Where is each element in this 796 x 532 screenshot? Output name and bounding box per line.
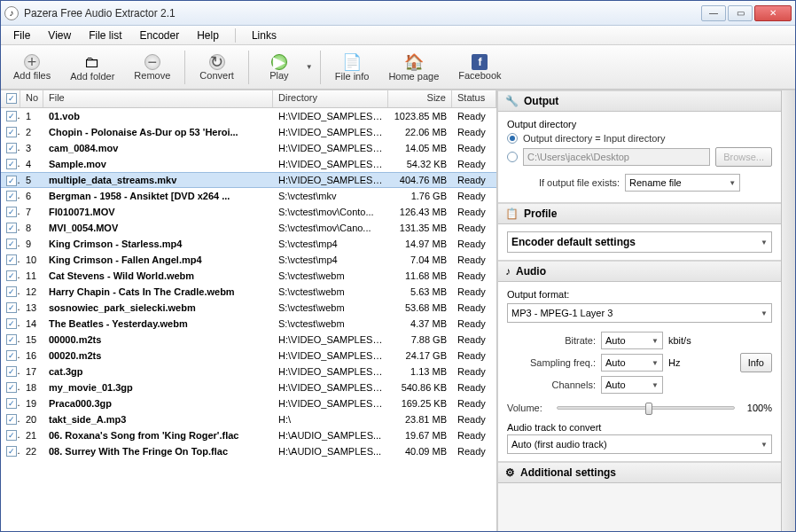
table-row[interactable]: ✓5multiple_data_streams.mkvH:\VIDEO_SAMP… [1, 172, 496, 188]
row-checkbox[interactable]: ✓ [1, 317, 20, 329]
col-no[interactable]: No [20, 90, 43, 107]
row-file: MVI_0054.MOV [43, 223, 273, 233]
row-size: 14.97 MB [388, 239, 452, 249]
table-row[interactable]: ✓4Sample.movH:\VIDEO_SAMPLES\...54.32 KB… [1, 156, 496, 172]
radio-same-dir[interactable] [507, 133, 518, 144]
col-file[interactable]: File [43, 90, 273, 107]
info-button[interactable]: Info [740, 353, 772, 372]
row-file: Chopin - Polonaise As-Dur op 53 'Heroi..… [43, 127, 273, 137]
volume-label: Volume: [507, 403, 551, 413]
row-checkbox[interactable]: ✓ [1, 142, 20, 153]
toolbar: +Add files 🗀Add folder −Remove ↻Convert … [1, 45, 795, 90]
convert-button[interactable]: ↻Convert [191, 52, 243, 82]
row-checkbox[interactable]: ✓ [1, 222, 20, 233]
fileinfo-button[interactable]: 📄File info [326, 51, 378, 83]
table-row[interactable]: ✓18my_movie_01.3gpH:\VIDEO_SAMPLES\...54… [1, 379, 496, 395]
row-checkbox[interactable]: ✓ [1, 206, 20, 217]
row-status: Ready [452, 446, 496, 457]
table-row[interactable]: ✓2Chopin - Polonaise As-Dur op 53 'Heroi… [1, 124, 496, 140]
row-dir: H:\VIDEO_SAMPLES\... [273, 382, 388, 393]
col-size[interactable]: Size [388, 90, 452, 107]
sampling-select[interactable]: Auto▼ [601, 354, 663, 372]
titlebar: ♪ Pazera Free Audio Extractor 2.1 — ▭ ✕ [1, 1, 795, 26]
row-checkbox[interactable]: ✓ [1, 349, 20, 361]
audio-section-head[interactable]: ♪Audio [498, 261, 781, 282]
menu-encoder[interactable]: Encoder [132, 27, 186, 43]
table-row[interactable]: ✓3cam_0084.movH:\VIDEO_SAMPLES\...14.05 … [1, 140, 496, 156]
table-row[interactable]: ✓8MVI_0054.MOVS:\vctest\mov\Cano...131.3… [1, 220, 496, 236]
row-checkbox[interactable]: ✓ [1, 175, 20, 186]
profile-section-head[interactable]: 📋Profile [498, 203, 781, 224]
close-button[interactable]: ✕ [754, 5, 792, 21]
table-row[interactable]: ✓12Harry Chapin - Cats In The Cradle.web… [1, 284, 496, 300]
table-row[interactable]: ✓9King Crimson - Starless.mp4S:\vctest\m… [1, 236, 496, 252]
row-size: 5.63 MB [388, 286, 452, 297]
row-checkbox[interactable]: ✓ [1, 270, 20, 281]
col-directory[interactable]: Directory [273, 90, 388, 107]
table-row[interactable]: ✓2208. Surrey With The Fringe On Top.fla… [1, 443, 496, 459]
table-row[interactable]: ✓2106. Roxana's Song from 'King Roger'.f… [1, 427, 496, 443]
table-row[interactable]: ✓17cat.3gpH:\VIDEO_SAMPLES\...1.13 MBRea… [1, 364, 496, 379]
table-row[interactable]: ✓101.vobH:\VIDEO_SAMPLES\...1023.85 MBRe… [1, 108, 496, 124]
channels-select[interactable]: Auto▼ [601, 376, 663, 394]
additional-section-head[interactable]: ⚙Additional settings [498, 462, 781, 483]
table-row[interactable]: ✓1600020.m2tsH:\VIDEO_SAMPLES\...24.17 G… [1, 348, 496, 364]
bitrate-label: Bitrate: [507, 335, 596, 346]
row-status: Ready [452, 334, 496, 345]
add-folder-button[interactable]: 🗀Add folder [61, 51, 123, 83]
row-checkbox[interactable]: ✓ [1, 429, 20, 441]
menu-file[interactable]: File [6, 27, 37, 43]
menu-view[interactable]: View [41, 27, 78, 43]
facebook-button[interactable]: fFacebook [449, 52, 510, 82]
side-scrollbar[interactable] [781, 90, 795, 531]
row-checkbox[interactable]: ✓ [1, 190, 20, 201]
track-select[interactable]: Auto (first audio track)▼ [507, 434, 772, 454]
row-status: Ready [452, 366, 496, 377]
row-checkbox[interactable]: ✓ [1, 445, 20, 457]
menu-filelist[interactable]: File list [82, 27, 129, 43]
row-checkbox[interactable]: ✓ [1, 365, 20, 377]
row-checkbox[interactable]: ✓ [1, 286, 20, 297]
radio-custom-dir[interactable] [507, 152, 518, 162]
row-checkbox[interactable]: ✓ [1, 254, 20, 265]
format-select[interactable]: MP3 - MPEG-1 Layer 3▼ [507, 303, 772, 323]
row-dir: H:\VIDEO_SAMPLES\... [273, 350, 388, 361]
table-row[interactable]: ✓13sosnowiec_park_sielecki.webmS:\vctest… [1, 300, 496, 316]
menu-links[interactable]: Links [245, 27, 284, 43]
col-status[interactable]: Status [452, 90, 496, 107]
row-no: 6 [20, 191, 43, 201]
volume-slider[interactable] [557, 406, 735, 410]
table-row[interactable]: ✓6Bergman - 1958 - Ansiktet [DVD x264 ..… [1, 188, 496, 204]
table-row[interactable]: ✓11Cat Stevens - Wild World.webmS:\vctes… [1, 268, 496, 284]
row-checkbox[interactable]: ✓ [1, 158, 20, 169]
exists-select[interactable]: Rename file▼ [625, 174, 740, 192]
row-checkbox[interactable]: ✓ [1, 110, 20, 121]
table-row[interactable]: ✓10King Crimson - Fallen Angel.mp4S:\vct… [1, 252, 496, 268]
output-section-head[interactable]: 🔧Output [498, 90, 781, 112]
row-checkbox[interactable]: ✓ [1, 238, 20, 249]
row-checkbox[interactable]: ✓ [1, 301, 20, 313]
row-checkbox[interactable]: ✓ [1, 333, 20, 345]
profile-select[interactable]: Encoder default settings▼ [507, 231, 772, 253]
row-checkbox[interactable]: ✓ [1, 126, 20, 137]
table-row[interactable]: ✓14The Beatles - Yesterday.webmS:\vctest… [1, 316, 496, 332]
row-no: 8 [20, 223, 43, 233]
maximize-button[interactable]: ▭ [728, 5, 753, 21]
menu-help[interactable]: Help [190, 27, 226, 43]
row-checkbox[interactable]: ✓ [1, 381, 20, 393]
table-row[interactable]: ✓7FI010071.MOVS:\vctest\mov\Conto...126.… [1, 204, 496, 220]
col-checkbox[interactable]: ✓ [1, 90, 20, 107]
minimize-button[interactable]: — [701, 5, 726, 21]
row-checkbox[interactable]: ✓ [1, 397, 20, 409]
play-dropdown[interactable]: ▼ [306, 63, 315, 71]
remove-button[interactable]: −Remove [125, 52, 179, 82]
table-row[interactable]: ✓20takt_side_A.mp3H:\23.81 MBReady [1, 411, 496, 427]
add-files-button[interactable]: +Add files [4, 52, 59, 82]
homepage-button[interactable]: 🏠Home page [379, 51, 448, 83]
play-button[interactable]: ▶Play [254, 52, 304, 82]
table-row[interactable]: ✓19Praca000.3gpH:\VIDEO_SAMPLES\...169.2… [1, 395, 496, 411]
row-dir: S:\vctest\webm [273, 318, 388, 329]
bitrate-select[interactable]: Auto▼ [601, 332, 663, 349]
row-checkbox[interactable]: ✓ [1, 413, 20, 425]
table-row[interactable]: ✓1500000.m2tsH:\VIDEO_SAMPLES\...7.88 GB… [1, 332, 496, 348]
